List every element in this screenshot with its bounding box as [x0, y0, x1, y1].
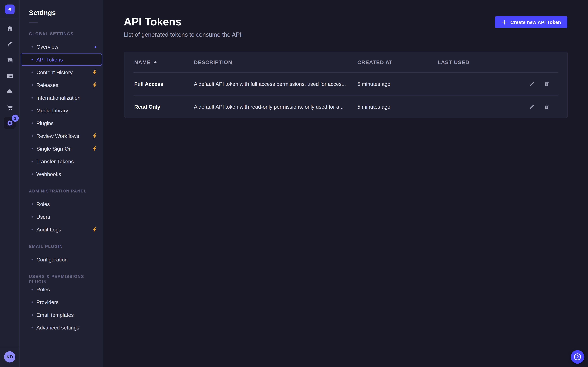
delete-trash-icon [544, 81, 550, 87]
user-avatar[interactable]: KD [4, 351, 15, 363]
delete-token-button[interactable] [543, 80, 550, 87]
sidebar-item-label: Media Library [36, 108, 68, 114]
overview-notification [95, 46, 97, 48]
edit-pencil-icon [529, 81, 535, 87]
column-header-created-at: CREATED AT [357, 59, 392, 65]
premium-adornment [92, 82, 97, 88]
column-header-description: DESCRIPTION [194, 59, 232, 65]
row-actions [529, 80, 550, 87]
bullet-icon [32, 203, 33, 205]
bullet-icon [32, 161, 33, 162]
sidebar-item-label: Internationalization [36, 95, 80, 101]
notification-badge: 1 [12, 115, 19, 122]
delete-token-button[interactable] [543, 103, 550, 110]
sidebar-item-webhooks[interactable]: Webhooks [21, 168, 102, 180]
sidebar-item-configuration[interactable]: Configuration [21, 253, 102, 265]
sidebar-title: Settings [20, 9, 103, 17]
content-type-layout-icon[interactable] [5, 71, 15, 81]
sidebar-item-label: Overview [36, 44, 58, 50]
divider [0, 347, 20, 347]
sidebar-item-label: Email templates [36, 312, 74, 318]
notification-dot-icon [95, 46, 96, 48]
question-mark-icon: ? [573, 352, 582, 361]
page-header: API Tokens List of generated tokens to c… [103, 0, 588, 38]
nav-section-administration-panel: ADMINISTRATION PANELRolesUsersAudit Logs [20, 188, 103, 235]
lightning-bolt-icon [92, 146, 97, 152]
token-name: Full Access [134, 81, 163, 87]
nav-section-header: ADMINISTRATION PANEL [20, 188, 103, 194]
edit-pencil-icon [529, 104, 535, 110]
lightning-bolt-icon [92, 133, 97, 139]
sidebar-item-label: Releases [36, 82, 58, 88]
edit-token-button[interactable] [529, 103, 536, 110]
token-created-at: 5 minutes ago [357, 81, 390, 87]
sidebar-item-label: Audit Logs [36, 226, 61, 233]
sidebar-item-single-sign-on[interactable]: Single Sign-On [21, 143, 102, 155]
sidebar-item-content-history[interactable]: Content History [21, 66, 102, 78]
delete-trash-icon [544, 104, 550, 110]
sidebar-item-releases[interactable]: Releases [21, 79, 102, 91]
sidebar-item-label: Providers [36, 299, 59, 305]
api-tokens-table: NAMEDESCRIPTIONCREATED ATLAST USED Full … [124, 52, 568, 118]
bullet-icon [32, 84, 33, 86]
nav-section-header: EMAIL PLUGIN [20, 244, 103, 249]
table-row-read-only[interactable]: Read OnlyA default API token with read-o… [124, 95, 567, 118]
table-header-row: NAMEDESCRIPTIONCREATED ATLAST USED [124, 52, 567, 72]
strapi-logo[interactable] [5, 5, 15, 14]
sidebar-item-label: Roles [36, 286, 50, 292]
bullet-icon [32, 97, 33, 99]
premium-adornment [92, 133, 97, 139]
sidebar-item-advanced-settings[interactable]: Advanced settings [21, 322, 102, 334]
bullet-icon [32, 110, 33, 111]
sidebar-item-plugins[interactable]: Plugins [21, 117, 102, 129]
lightning-bolt-icon [92, 82, 97, 88]
premium-adornment [92, 69, 97, 75]
feather-icon[interactable] [5, 39, 15, 49]
svg-text:?: ? [576, 355, 579, 359]
sidebar-item-label: Review Workflows [36, 133, 79, 139]
page-subtitle: List of generated tokens to consume the … [124, 32, 567, 38]
row-actions [529, 103, 550, 110]
sidebar-item-internationalization[interactable]: Internationalization [21, 92, 102, 104]
sidebar-item-label: Plugins [36, 120, 53, 126]
sidebar-item-label: Configuration [36, 257, 68, 263]
create-api-token-button[interactable]: Create new API Token [495, 16, 567, 28]
nav-section-header: USERS & PERMISSIONS PLUGIN [20, 274, 103, 279]
token-name: Read Only [134, 104, 160, 110]
sidebar-item-review-workflows[interactable]: Review Workflows [21, 130, 102, 142]
bullet-icon [32, 216, 33, 217]
bullet-icon [32, 173, 33, 175]
sidebar-item-providers[interactable]: Providers [21, 296, 102, 308]
marketplace-cart-icon[interactable] [5, 102, 15, 112]
bullet-icon [32, 135, 33, 137]
sidebar-item-users[interactable]: Users [21, 211, 102, 223]
token-description: A default API token with full access per… [194, 81, 346, 87]
column-header-last-used: LAST USED [438, 59, 469, 65]
sidebar-item-label: API Tokens [36, 57, 63, 63]
table-row-full-access[interactable]: Full AccessA default API token with full… [124, 72, 567, 95]
nav-section-users-permissions-plugin: USERS & PERMISSIONS PLUGINRolesProviders… [20, 274, 103, 334]
edit-token-button[interactable] [529, 80, 536, 87]
help-button[interactable]: ? [571, 350, 584, 364]
settings-gear-active[interactable]: 1 [4, 117, 16, 129]
sidebar-item-roles[interactable]: Roles [21, 284, 102, 295]
bullet-icon [32, 289, 33, 290]
sidebar-item-roles[interactable]: Roles [21, 198, 102, 210]
sidebar-item-audit-logs[interactable]: Audit Logs [21, 224, 102, 235]
sidebar-item-media-library[interactable]: Media Library [21, 105, 102, 117]
sidebar-item-api-tokens[interactable]: API Tokens [21, 53, 102, 65]
sort-asc-icon [153, 61, 157, 63]
cloud-icon[interactable] [5, 86, 15, 96]
bullet-icon [32, 59, 33, 60]
sidebar-item-label: Webhooks [36, 171, 61, 177]
strapi-logo-icon [7, 6, 13, 12]
home-icon[interactable] [5, 24, 15, 33]
sidebar-item-overview[interactable]: Overview [21, 41, 102, 53]
media-library-icon[interactable] [5, 55, 15, 65]
bullet-icon [32, 259, 33, 260]
plus-icon [501, 19, 507, 25]
bullet-icon [32, 314, 33, 316]
sidebar-item-transfer-tokens[interactable]: Transfer Tokens [21, 155, 102, 167]
sidebar-item-email-templates[interactable]: Email templates [21, 309, 102, 321]
column-header-name[interactable]: NAME [134, 59, 157, 65]
